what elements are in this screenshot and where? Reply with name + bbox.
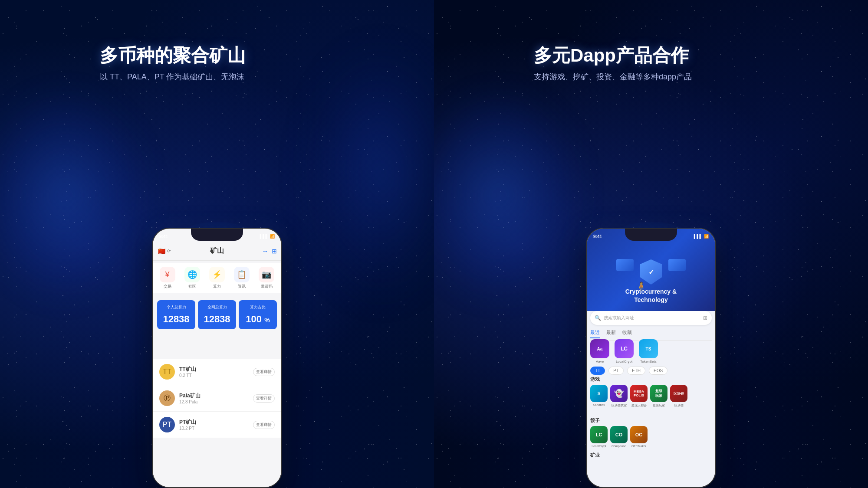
power-icon: ⚡ bbox=[209, 267, 225, 282]
left-panel: 多币种的聚合矿山 以 TT、PALA、PT 作为基础矿山、无泡沫 9:41 ▌▌… bbox=[0, 0, 434, 488]
trade-icon: ¥ bbox=[160, 267, 175, 282]
app-sandbox[interactable]: S Sandbox bbox=[590, 385, 608, 408]
app-block[interactable]: 区块链 区块链 bbox=[670, 385, 687, 408]
pala-info: Pala矿山 12.8 Pala bbox=[179, 392, 253, 404]
crypto-title-line2: Technology bbox=[634, 296, 668, 303]
nav-item-community[interactable]: 🌐 社区 bbox=[184, 267, 200, 289]
server-box-right bbox=[668, 259, 686, 271]
nav-item-trade[interactable]: ¥ 交易 bbox=[160, 267, 175, 289]
recent-dapps-row: Aa Aave LC LocalCrypt TS To bbox=[590, 339, 712, 364]
chain-tab-tt[interactable]: TT bbox=[590, 367, 605, 375]
tab-recent[interactable]: 最近 bbox=[590, 329, 600, 338]
otc-label: OTCMaker bbox=[631, 445, 646, 448]
pt-amount: 10.2 PT bbox=[179, 426, 253, 431]
tab-favorites[interactable]: 收藏 bbox=[622, 329, 632, 338]
finance-row: LC LocalCrypt CO Compound OC OTCMaker bbox=[590, 426, 712, 448]
aave-icon: Aa bbox=[590, 339, 609, 358]
tt-name: TT矿山 bbox=[179, 366, 253, 373]
mega-label: 超现大都会 bbox=[631, 403, 647, 408]
stat-personal: 个人总算力 12838 bbox=[157, 300, 195, 329]
right-panel: 多元Dapp产品合作 支持游戏、挖矿、投资、金融等多种dapp产品 9:41 ▌… bbox=[434, 0, 868, 488]
stat-ratio: 算力占比 100 % bbox=[239, 300, 277, 329]
news-icon: 📋 bbox=[234, 267, 250, 282]
search-bar[interactable]: 🔍 搜索或输入网址 ⊞ bbox=[590, 311, 712, 325]
exchange-icon[interactable]: ↔ bbox=[262, 248, 268, 255]
right-title: 多元Dapp产品合作 bbox=[534, 43, 689, 68]
chain-tab-eos[interactable]: EOS bbox=[649, 367, 667, 375]
mining-item-tt: TT TT矿山 0.2 TT 查看详情 bbox=[153, 359, 281, 385]
right-subtitle: 支持游戏、挖矿、投资、金融等多种dapp产品 bbox=[534, 72, 692, 82]
person-figure: 🧍 bbox=[636, 281, 647, 291]
chain-tabs: TT PT ETH EOS bbox=[590, 367, 712, 375]
invite-icon: 📷 bbox=[259, 267, 274, 282]
chain-tab-pt[interactable]: PT bbox=[608, 367, 624, 375]
left-subtitle: 以 TT、PALA、PT 作为基础矿山、无泡沫 bbox=[100, 72, 244, 82]
pt-icon: PT bbox=[159, 417, 175, 432]
aave-label: Aave bbox=[596, 360, 604, 364]
pala-detail-btn[interactable]: 查看详情 bbox=[253, 394, 275, 403]
stat-network-label: 全网总算力 bbox=[201, 305, 233, 310]
app-otc[interactable]: OC OTCMaker bbox=[630, 426, 648, 448]
app-mega[interactable]: MEGAPOLIS 超现大都会 bbox=[630, 385, 648, 408]
otc-icon: OC bbox=[630, 426, 648, 443]
right-phone-container: 9:41 ▌▌▌ 📶 bbox=[586, 228, 716, 488]
tab-latest[interactable]: 最新 bbox=[606, 329, 616, 338]
right-screen: 9:41 ▌▌▌ 📶 bbox=[587, 229, 715, 487]
right-status-right: ▌▌▌ 📶 bbox=[694, 234, 709, 239]
right-wifi-icon: 📶 bbox=[704, 234, 709, 239]
crypto-header: ✓ 🧍 Cryptocurrency & Technology bbox=[587, 229, 715, 311]
pt-detail-btn[interactable]: 查看详情 bbox=[253, 421, 275, 429]
mining-item-pala: Ⓟ Pala矿山 12.8 Pala 查看详情 bbox=[153, 385, 281, 412]
tt-detail-btn[interactable]: 查看详情 bbox=[253, 368, 275, 376]
left-title: 多币种的聚合矿山 bbox=[100, 43, 246, 68]
localcrypt-label: LocalCrypt bbox=[616, 360, 632, 364]
super-icon: 超级玩家 bbox=[650, 385, 667, 402]
mining-list: TT TT矿山 0.2 TT 查看详情 Ⓟ Pala矿山 12.8 Pala bbox=[153, 359, 281, 487]
app-compound[interactable]: CO Compound bbox=[610, 426, 628, 448]
chain-tab-eth[interactable]: ETH bbox=[627, 367, 645, 375]
pala-amount: 12.8 Pala bbox=[179, 400, 253, 404]
tt-icon: TT bbox=[159, 364, 175, 380]
chainroom-icon: 👻 bbox=[610, 385, 628, 402]
left-status-right: ▌▌▌ 📶 bbox=[260, 234, 275, 239]
invite-label: 邀请码 bbox=[261, 284, 273, 289]
right-signal-icon: ▌▌▌ bbox=[694, 234, 702, 239]
dapp-localcrypt[interactable]: LC LocalCrypt bbox=[615, 339, 634, 364]
scan-icon[interactable]: ⊞ bbox=[272, 248, 277, 255]
tt-amount: 0.2 TT bbox=[179, 373, 253, 378]
pt-info: PT矿山 10.2 PT bbox=[179, 419, 253, 431]
community-icon: 🌐 bbox=[184, 267, 200, 282]
dice-section-label: 骰子 bbox=[590, 417, 600, 424]
flag-icon: 🇨🇳 ⟳ bbox=[158, 248, 171, 255]
chainroom-label: 区块链筑室 bbox=[612, 403, 627, 408]
trade-label: 交易 bbox=[164, 284, 171, 289]
app-super[interactable]: 超级玩家 超级玩家 bbox=[650, 385, 667, 408]
dapp-aave[interactable]: Aa Aave bbox=[590, 339, 609, 364]
dapp-illustration: ✓ 🧍 bbox=[608, 250, 694, 294]
nav-item-invite[interactable]: 📷 邀请码 bbox=[259, 267, 274, 289]
block-icon: 区块链 bbox=[670, 385, 687, 402]
stat-network-value: 12838 bbox=[201, 314, 233, 325]
left-screen: 9:41 ▌▌▌ 📶 🇨🇳 ⟳ 矿山 ↔ ⊞ bbox=[153, 229, 281, 487]
left-phone-header: 🇨🇳 ⟳ 矿山 ↔ ⊞ bbox=[153, 242, 281, 261]
block-label: 区块链 bbox=[674, 403, 684, 408]
app-loca[interactable]: LC LocalCrypt bbox=[590, 426, 608, 448]
sandbox-icon: S bbox=[590, 385, 608, 402]
pala-name: Pala矿山 bbox=[179, 392, 253, 400]
nav-item-news[interactable]: 📋 资讯 bbox=[234, 267, 250, 289]
tokensets-label: TokenSets bbox=[640, 360, 656, 364]
search-icon: 🔍 bbox=[595, 315, 601, 321]
mining-section-label: 矿业 bbox=[590, 452, 600, 459]
app-chainroom[interactable]: 👻 区块链筑室 bbox=[610, 385, 628, 408]
left-phone: 9:41 ▌▌▌ 📶 🇨🇳 ⟳ 矿山 ↔ ⊞ bbox=[152, 228, 282, 488]
nav-item-power[interactable]: ⚡ 算力 bbox=[209, 267, 225, 289]
stat-network: 全网总算力 12838 bbox=[198, 300, 236, 329]
stats-row: 个人总算力 12838 全网总算力 12838 算力占比 100 % bbox=[157, 300, 277, 329]
loca-icon: LC bbox=[590, 426, 608, 443]
pt-name: PT矿山 bbox=[179, 419, 253, 426]
dapp-tokensets[interactable]: TS TokenSets bbox=[639, 339, 658, 364]
stat-ratio-value: 100 % bbox=[241, 314, 274, 325]
super-label: 超级玩家 bbox=[653, 403, 665, 408]
stat-personal-value: 12838 bbox=[160, 314, 193, 325]
scan-expand-icon[interactable]: ⊞ bbox=[703, 315, 707, 321]
